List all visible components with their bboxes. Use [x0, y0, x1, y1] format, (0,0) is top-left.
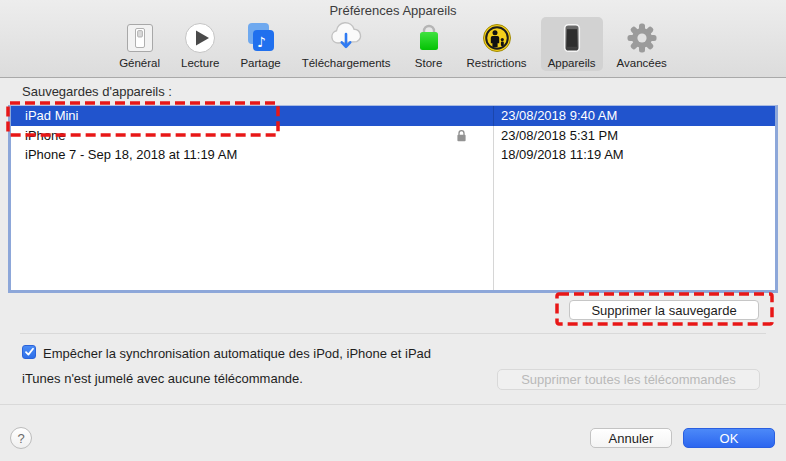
general-icon [123, 20, 157, 56]
backup-date: 23/08/2018 9:40 AM [493, 106, 775, 126]
toolbar-item-playback[interactable]: Lecture [174, 17, 226, 71]
toolbar-label: Avancées [617, 57, 667, 69]
toolbar-item-advanced[interactable]: Avancées [610, 17, 674, 71]
prevent-sync-checkbox[interactable] [22, 345, 36, 359]
toolbar-label: Restrictions [467, 57, 527, 69]
checkmark-icon [24, 343, 35, 361]
remote-status-text: iTunes n'est jumelé avec aucune télécomm… [22, 371, 303, 386]
table-row[interactable]: iPhone 7 - Sep 18, 2018 at 11:19 AM 18/0… [11, 145, 775, 165]
prevent-sync-label[interactable]: Empêcher la synchronisation automatique … [43, 346, 431, 361]
ok-button[interactable]: OK [683, 428, 775, 448]
toolbar-item-sharing[interactable]: ♪ Partage [233, 17, 287, 71]
store-bag-icon [412, 20, 446, 56]
backup-date: 18/09/2018 11:19 AM [493, 145, 775, 165]
backup-name: iPhone [11, 126, 493, 146]
toolbar-label: Store [415, 57, 443, 69]
toolbar-item-restrictions[interactable]: Restrictions [460, 17, 534, 71]
toolbar-label: Général [119, 57, 160, 69]
backup-date: 23/08/2018 5:31 PM [493, 126, 775, 146]
cancel-button[interactable]: Annuler [590, 428, 672, 448]
toolbar-items: Général Lecture ♪ Partage [0, 17, 786, 71]
help-button[interactable]: ? [10, 427, 32, 449]
restrictions-icon [480, 20, 514, 56]
table-row[interactable]: iPad Mini 23/08/2018 9:40 AM [11, 106, 775, 126]
table-column-divider [493, 106, 494, 290]
toolbar-label: Lecture [181, 57, 219, 69]
toolbar-item-downloads[interactable]: Téléchargements [295, 17, 398, 71]
lock-icon [456, 129, 467, 145]
toolbar-item-devices[interactable]: Appareils [541, 17, 603, 71]
backups-section-label: Sauvegardes d'appareils : [22, 84, 172, 99]
device-icon [555, 20, 589, 56]
gear-icon [625, 20, 659, 56]
footer-separator [0, 404, 786, 405]
forget-remotes-button: Supprimer toutes les télécommandes [497, 369, 760, 390]
sharing-icon: ♪ [243, 20, 279, 56]
toolbar-label: Téléchargements [302, 57, 391, 69]
downloads-icon [326, 20, 366, 56]
backup-name: iPad Mini [11, 106, 493, 126]
toolbar-item-general[interactable]: Général [112, 17, 167, 71]
backups-table[interactable]: iPad Mini 23/08/2018 9:40 AM iPhone 23/0… [8, 105, 778, 293]
toolbar-label: Appareils [548, 57, 596, 69]
backup-name: iPhone 7 - Sep 18, 2018 at 11:19 AM [11, 145, 493, 165]
svg-text:♪: ♪ [257, 34, 266, 50]
toolbar-label: Partage [240, 57, 280, 69]
preferences-toolbar: Préférences Appareils Général Lecture [0, 0, 786, 78]
toolbar-item-store[interactable]: Store [405, 17, 453, 71]
table-row[interactable]: iPhone 23/08/2018 5:31 PM [11, 126, 775, 146]
delete-backup-button[interactable]: Supprimer la sauvegarde [569, 300, 759, 320]
window-title: Préférences Appareils [0, 3, 786, 18]
section-separator [20, 333, 766, 334]
play-icon [183, 20, 217, 56]
